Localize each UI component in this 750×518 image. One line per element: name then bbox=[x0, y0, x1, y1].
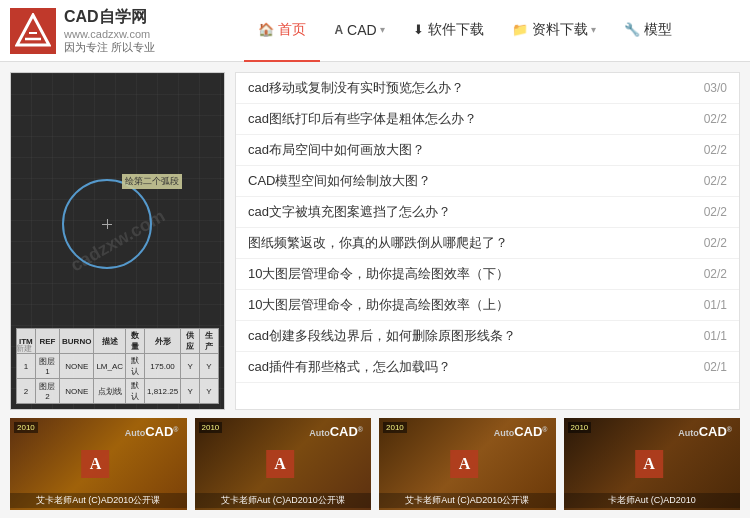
year-badge: 2010 bbox=[383, 422, 407, 433]
nav-home[interactable]: 🏠 首页 bbox=[244, 0, 320, 62]
video-thumbnail: 2010 AutoCAD® A 艾卡老师Aut (C)AD2010公开课 bbox=[195, 418, 372, 510]
article-date: 03/0 bbox=[687, 81, 727, 95]
year-badge: 2010 bbox=[199, 422, 223, 433]
article-item[interactable]: cad布局空间中如何画放大图？02/2 bbox=[236, 135, 739, 166]
article-item[interactable]: CAD模型空间如何绘制放大图？02/2 bbox=[236, 166, 739, 197]
video-thumbnail: 2010 AutoCAD® A 艾卡老师Aut (C)AD2010公开课 bbox=[10, 418, 187, 510]
article-date: 01/1 bbox=[687, 298, 727, 312]
chevron-down-icon: ▾ bbox=[380, 24, 385, 35]
video-card[interactable]: 2010 AutoCAD® A 卡老师Aut (C)AD2010 bbox=[564, 418, 741, 510]
article-title: 10大图层管理命令，助你提高绘图效率（上） bbox=[248, 296, 687, 314]
video-card[interactable]: 2010 AutoCAD® A 艾卡老师Aut (C)AD2010公开课 bbox=[195, 418, 372, 510]
article-date: 02/2 bbox=[687, 174, 727, 188]
main-nav: 🏠 首页 A CAD ▾ ⬇ 软件下载 📁 资料下载 ▾ 🔧 模型 bbox=[190, 0, 740, 62]
article-title: cad文字被填充图案遮挡了怎么办？ bbox=[248, 203, 687, 221]
article-list: cad移动或复制没有实时预览怎么办？03/0cad图纸打印后有些字体是粗体怎么办… bbox=[236, 73, 739, 383]
article-item[interactable]: 图纸频繁返改，你真的从哪跌倒从哪爬起了？02/2 bbox=[236, 228, 739, 259]
video-thumbnail: 2010 AutoCAD® A 艾卡老师Aut (C)AD2010公开课 bbox=[379, 418, 556, 510]
autocad-a-icon: A bbox=[450, 450, 478, 478]
cad-preview-panel: cadzxw.com 绘第二个弧段 ITMREFBURNO描述数量外形供应生产 … bbox=[10, 72, 225, 410]
article-date: 02/2 bbox=[687, 205, 727, 219]
article-date: 02/1 bbox=[687, 360, 727, 374]
autocad-a-icon: A bbox=[266, 450, 294, 478]
article-title: cad创建多段线边界后，如何删除原图形线条？ bbox=[248, 327, 687, 345]
nav-cad[interactable]: A CAD ▾ bbox=[320, 0, 398, 62]
article-item[interactable]: cad移动或复制没有实时预览怎么办？03/0 bbox=[236, 73, 739, 104]
logo-icon bbox=[10, 8, 56, 54]
nav-model[interactable]: 🔧 模型 bbox=[610, 0, 686, 62]
article-date: 02/2 bbox=[687, 236, 727, 250]
logo-title: CAD自学网 bbox=[64, 7, 155, 28]
article-title: cad插件有那些格式，怎么加载吗？ bbox=[248, 358, 687, 376]
video-subtitle: 艾卡老师Aut (C)AD2010公开课 bbox=[10, 493, 187, 508]
autocad-logo: AutoCAD® bbox=[309, 424, 363, 439]
video-thumbnail: 2010 AutoCAD® A 卡老师Aut (C)AD2010 bbox=[564, 418, 741, 510]
article-item[interactable]: cad图纸打印后有些字体是粗体怎么办？02/2 bbox=[236, 104, 739, 135]
folder-icon: 📁 bbox=[512, 22, 528, 37]
article-item[interactable]: cad创建多段线边界后，如何删除原图形线条？01/1 bbox=[236, 321, 739, 352]
article-title: 10大图层管理命令，助你提高绘图效率（下） bbox=[248, 265, 687, 283]
chevron-down-icon-2: ▾ bbox=[591, 24, 596, 35]
logo-area: CAD自学网 www.cadzxw.com 因为专注 所以专业 bbox=[10, 7, 190, 55]
article-date: 02/2 bbox=[687, 112, 727, 126]
svg-marker-0 bbox=[17, 15, 49, 45]
video-card[interactable]: 2010 AutoCAD® A 艾卡老师Aut (C)AD2010公开课 bbox=[379, 418, 556, 510]
nav-software[interactable]: ⬇ 软件下载 bbox=[399, 0, 498, 62]
cad-axes: 新建 bbox=[16, 343, 32, 354]
logo-text: CAD自学网 www.cadzxw.com 因为专注 所以专业 bbox=[64, 7, 155, 55]
autocad-logo: AutoCAD® bbox=[678, 424, 732, 439]
year-badge: 2010 bbox=[568, 422, 592, 433]
header: CAD自学网 www.cadzxw.com 因为专注 所以专业 🏠 首页 A C… bbox=[0, 0, 750, 62]
model-icon: 🔧 bbox=[624, 22, 640, 37]
article-title: 图纸频繁返改，你真的从哪跌倒从哪爬起了？ bbox=[248, 234, 687, 252]
cad-table: ITMREFBURNO描述数量外形供应生产 1图层1NONELM_AC默认175… bbox=[16, 328, 219, 404]
autocad-a-icon: A bbox=[635, 450, 663, 478]
video-strip: 2010 AutoCAD® A 艾卡老师Aut (C)AD2010公开课 201… bbox=[0, 410, 750, 518]
article-date: 01/1 bbox=[687, 329, 727, 343]
article-title: cad布局空间中如何画放大图？ bbox=[248, 141, 687, 159]
autocad-logo: AutoCAD® bbox=[125, 424, 179, 439]
autocad-logo: AutoCAD® bbox=[494, 424, 548, 439]
home-icon: 🏠 bbox=[258, 22, 274, 37]
article-title: cad图纸打印后有些字体是粗体怎么办？ bbox=[248, 110, 687, 128]
article-title: cad移动或复制没有实时预览怎么办？ bbox=[248, 79, 687, 97]
video-card[interactable]: 2010 AutoCAD® A 艾卡老师Aut (C)AD2010公开课 bbox=[10, 418, 187, 510]
autocad-a-icon: A bbox=[81, 450, 109, 478]
article-list-panel: cad移动或复制没有实时预览怎么办？03/0cad图纸打印后有些字体是粗体怎么办… bbox=[235, 72, 740, 410]
article-item[interactable]: 10大图层管理命令，助你提高绘图效率（下）02/2 bbox=[236, 259, 739, 290]
logo-slogan: 因为专注 所以专业 bbox=[64, 40, 155, 55]
video-subtitle: 艾卡老师Aut (C)AD2010公开课 bbox=[379, 493, 556, 508]
article-item[interactable]: 10大图层管理命令，助你提高绘图效率（上）01/1 bbox=[236, 290, 739, 321]
cad-canvas: cadzxw.com 绘第二个弧段 ITMREFBURNO描述数量外形供应生产 … bbox=[11, 73, 224, 409]
video-subtitle: 艾卡老师Aut (C)AD2010公开课 bbox=[195, 493, 372, 508]
cad-nav-icon: A bbox=[334, 23, 343, 37]
logo-url: www.cadzxw.com bbox=[64, 28, 155, 40]
video-subtitle: 卡老师Aut (C)AD2010 bbox=[564, 493, 741, 508]
article-title: CAD模型空间如何绘制放大图？ bbox=[248, 172, 687, 190]
nav-resources[interactable]: 📁 资料下载 ▾ bbox=[498, 0, 610, 62]
article-date: 02/2 bbox=[687, 267, 727, 281]
year-badge: 2010 bbox=[14, 422, 38, 433]
main-content: cadzxw.com 绘第二个弧段 ITMREFBURNO描述数量外形供应生产 … bbox=[0, 62, 750, 410]
download-icon: ⬇ bbox=[413, 22, 424, 37]
article-date: 02/2 bbox=[687, 143, 727, 157]
cad-label: 绘第二个弧段 bbox=[122, 174, 182, 189]
article-item[interactable]: cad插件有那些格式，怎么加载吗？02/1 bbox=[236, 352, 739, 383]
article-item[interactable]: cad文字被填充图案遮挡了怎么办？02/2 bbox=[236, 197, 739, 228]
